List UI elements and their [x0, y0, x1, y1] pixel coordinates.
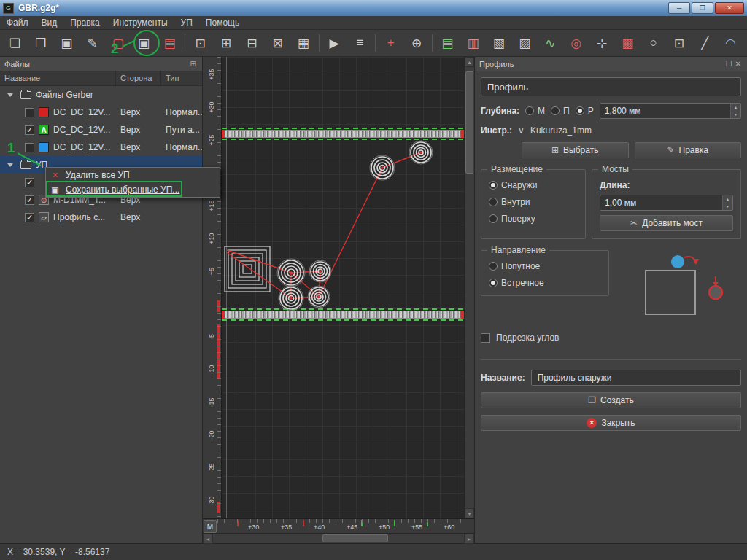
- expander-icon[interactable]: [7, 163, 13, 167]
- mill-layer-icon[interactable]: ▧: [488, 32, 509, 54]
- context-menu-delete-all[interactable]: ✕ Удалить все УП: [46, 168, 220, 182]
- menu-view[interactable]: Вид: [35, 16, 64, 29]
- record-icon[interactable]: ◎: [565, 32, 587, 54]
- close-dialog-button[interactable]: ✕ Закрыть: [481, 415, 741, 431]
- radio-icon[interactable]: [489, 181, 498, 190]
- checkbox[interactable]: [25, 108, 34, 117]
- menu-edit[interactable]: Правка: [63, 16, 107, 29]
- canvas-vertical-scrollbar[interactable]: ▴ ▾: [464, 57, 474, 518]
- canvas-area[interactable]: +35 +30 +25 +20 +15 +10 +5 -5 -10 -15 -2…: [203, 57, 474, 543]
- checkbox-checked[interactable]: ✓: [25, 195, 34, 205]
- tree-row-gerber-3[interactable]: DC_DC_12V... Верх Нормал...: [0, 139, 202, 156]
- doc-layer-icon[interactable]: ▨: [514, 32, 535, 54]
- bridge-length-spinner[interactable]: ▴ ▾: [600, 195, 733, 211]
- placement-radio-inside[interactable]: Внутри: [489, 197, 578, 207]
- menu-programs[interactable]: УП: [174, 16, 199, 29]
- ruler-units-button[interactable]: M: [204, 520, 217, 533]
- new-file-icon[interactable]: ❏: [4, 32, 26, 54]
- report-icon[interactable]: ≡: [349, 32, 371, 54]
- bridge-length-input[interactable]: [600, 195, 722, 210]
- column-side[interactable]: Сторона: [116, 71, 161, 85]
- menu-tools[interactable]: Инструменты: [107, 16, 174, 29]
- scroll-left-icon[interactable]: ◂: [203, 534, 213, 544]
- spin-down-icon[interactable]: ▾: [731, 111, 740, 118]
- grid-icon[interactable]: ▩: [617, 32, 638, 54]
- direction-radio-conventional[interactable]: Встречное: [489, 278, 601, 288]
- column-name[interactable]: Название: [0, 71, 116, 85]
- panel-menu-icon[interactable]: ⊞: [189, 60, 198, 68]
- menu-help[interactable]: Помощь: [199, 16, 246, 29]
- scrollbar-thumb[interactable]: [322, 534, 388, 542]
- checkbox[interactable]: [25, 143, 34, 152]
- canvas-horizontal-scrollbar[interactable]: ◂ ▸: [203, 533, 474, 543]
- expander-icon[interactable]: [7, 93, 13, 97]
- depth-value-input[interactable]: [600, 104, 730, 118]
- close-button[interactable]: ✕: [715, 2, 744, 14]
- radio-icon[interactable]: [551, 106, 560, 115]
- close-red-icon: ✕: [587, 418, 597, 428]
- edit-tool-button[interactable]: ✎ Правка: [635, 142, 742, 158]
- tree-row-gerber-2[interactable]: ✓ A DC_DC_12V... Верх Пути а...: [0, 121, 202, 139]
- wave-icon[interactable]: ∿: [540, 32, 561, 54]
- corner-trim-checkbox[interactable]: [481, 333, 490, 343]
- depth-radio-m[interactable]: М: [525, 106, 545, 116]
- tree-folder-gerber[interactable]: Файлы Gerber: [0, 86, 202, 104]
- drill-icon[interactable]: ⊕: [406, 32, 427, 54]
- checkbox-checked[interactable]: ✓: [25, 213, 34, 222]
- radio-icon[interactable]: [489, 214, 498, 223]
- tree-row-gerber-1[interactable]: DC_DC_12V... Верх Нормал...: [0, 104, 202, 121]
- circle-tool-icon[interactable]: ○: [643, 32, 664, 54]
- profile-type-input[interactable]: [481, 77, 741, 96]
- placement-radio-outside[interactable]: Снаружи: [489, 180, 578, 190]
- depth-radio-p[interactable]: П: [551, 106, 570, 116]
- depth-radio-r[interactable]: Р: [576, 106, 594, 116]
- placement-radio-ontop[interactable]: Поверху: [489, 214, 578, 224]
- arc-tool-icon[interactable]: ◠: [720, 32, 741, 54]
- radio-icon[interactable]: [576, 106, 584, 115]
- scrollbar-thumb[interactable]: [465, 71, 473, 174]
- minimize-button[interactable]: ─: [668, 2, 690, 14]
- tree-row-program-3[interactable]: ✓ ▱ Профиль с... Верх: [0, 209, 202, 226]
- crosshair-icon[interactable]: ⊹: [591, 32, 612, 54]
- depth-spinner[interactable]: ▴ ▾: [600, 103, 741, 119]
- spin-up-icon[interactable]: ▴: [731, 104, 740, 111]
- column-type[interactable]: Тип: [161, 71, 202, 85]
- gerber-layer-icon[interactable]: ▤: [437, 32, 458, 54]
- scroll-right-icon[interactable]: ▸: [464, 534, 474, 544]
- scroll-down-icon[interactable]: ▾: [465, 508, 474, 518]
- rect-tool-icon[interactable]: ⊡: [668, 32, 689, 54]
- close-panel-icon[interactable]: ✕: [734, 60, 743, 68]
- menu-file[interactable]: Файл: [0, 16, 35, 29]
- checkbox-checked[interactable]: ✓: [25, 178, 34, 187]
- radio-icon[interactable]: [489, 279, 498, 287]
- zoom-selection-icon[interactable]: ⊟: [241, 32, 263, 54]
- zoom-extents-icon[interactable]: ⊡: [190, 32, 211, 54]
- zoom-previous-icon[interactable]: ⊠: [267, 32, 288, 54]
- maximize-button[interactable]: ❐: [692, 2, 713, 14]
- program-name-input[interactable]: [531, 370, 741, 386]
- radio-icon[interactable]: [489, 198, 498, 206]
- run-icon[interactable]: ▶: [324, 32, 345, 54]
- spin-up-icon[interactable]: ▴: [723, 195, 732, 203]
- create-button[interactable]: ❐ Создать: [481, 392, 741, 408]
- add-bridge-button[interactable]: ✂ Добавить мост: [600, 215, 733, 231]
- drill-layer-icon[interactable]: ▥: [462, 32, 484, 54]
- bridge-length-label: Длина:: [600, 180, 733, 190]
- set-origin-icon[interactable]: +: [380, 32, 401, 54]
- zoom-window-icon[interactable]: ⊞: [215, 32, 236, 54]
- canvas-viewport[interactable]: [222, 57, 464, 518]
- spin-down-icon[interactable]: ▾: [723, 203, 732, 210]
- checkbox-checked[interactable]: ✓: [25, 125, 34, 135]
- direction-radio-climb[interactable]: Попутное: [489, 261, 601, 271]
- scroll-up-icon[interactable]: ▴: [465, 57, 474, 67]
- save-icon[interactable]: ▣: [56, 32, 77, 54]
- radio-icon[interactable]: [525, 106, 534, 115]
- float-panel-icon[interactable]: ❐: [724, 60, 734, 68]
- radio-icon[interactable]: [489, 262, 498, 271]
- line-tool-icon[interactable]: ╱: [694, 32, 716, 54]
- export-icon[interactable]: ▤: [159, 32, 180, 54]
- choose-tool-button[interactable]: ⊞ Выбрать: [522, 142, 629, 158]
- edit-file-icon[interactable]: ✎: [82, 32, 103, 54]
- open-file-icon[interactable]: ❒: [30, 32, 51, 54]
- panelize-icon[interactable]: ▦: [293, 32, 314, 54]
